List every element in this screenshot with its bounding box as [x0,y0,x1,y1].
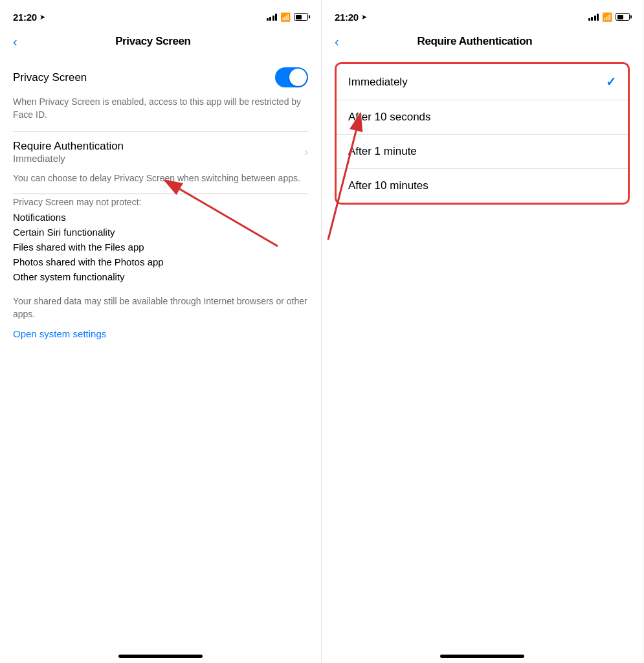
right-signal-icon [588,13,599,21]
left-location-icon: ➤ [39,13,45,21]
option-immediately-checkmark: ✓ [606,74,616,89]
option-after-1-minute-label: After 1 minute [348,145,417,158]
auth-row-left: Require Authentication Immediately [13,140,124,164]
not-protect-item-photos: Photos shared with the Photos app [13,254,308,269]
option-immediately[interactable]: Immediately ✓ [337,64,628,100]
privacy-screen-description: When Privacy Screen is enabled, access t… [13,95,308,131]
left-content: Privacy Screen When Privacy Screen is en… [0,57,321,641]
option-after-10-seconds[interactable]: After 10 seconds [337,100,628,135]
right-nav-bar: ‹ Require Authentication [322,28,643,57]
right-content: Immediately ✓ After 10 seconds After 1 m… [322,57,643,641]
auth-description: You can choose to delay Privacy Screen w… [13,166,308,194]
not-protect-item-system: Other system functionality [13,269,308,284]
option-after-10-seconds-label: After 10 seconds [348,111,431,124]
privacy-screen-row: Privacy Screen [13,57,308,95]
not-protect-item-files: Files shared with the Files app [13,240,308,254]
left-signal-icon [267,13,278,21]
option-after-10-minutes-label: After 10 minutes [348,179,428,192]
right-home-indicator [322,641,643,663]
require-auth-row[interactable]: Require Authentication Immediately › [13,131,308,166]
right-time: 21:20 [335,12,359,23]
left-nav-title: Privacy Screen [0,35,308,48]
option-after-10-minutes[interactable]: After 10 minutes [337,169,628,203]
right-home-bar [440,655,524,658]
right-location-icon: ➤ [361,13,367,21]
not-protect-title: Privacy Screen may not protect: [13,197,308,210]
right-panel: 21:20 ➤ 📶 ‹ Require Authentication Immed… [322,0,643,663]
auth-subtitle: Immediately [13,153,124,164]
right-nav-title: Require Authentication [320,35,630,48]
privacy-screen-label: Privacy Screen [13,71,87,84]
auth-chevron-icon: › [305,146,308,158]
left-status-bar: 21:20 ➤ 📶 [0,0,321,28]
shared-data-text: Your shared data may still be available … [13,284,308,329]
right-status-bar: 21:20 ➤ 📶 [322,0,643,28]
left-panel: 21:20 ➤ 📶 ‹ Privacy Screen Privacy Scree… [0,0,322,663]
option-immediately-label: Immediately [348,76,408,89]
left-time: 21:20 [13,12,37,23]
auth-title: Require Authentication [13,140,124,153]
left-nav-bar: ‹ Privacy Screen [0,28,321,57]
privacy-screen-toggle[interactable] [275,67,308,87]
not-protect-item-siri: Certain Siri functionality [13,225,308,240]
left-battery-icon [294,13,308,21]
toggle-thumb [289,69,307,86]
left-wifi-icon: 📶 [280,12,291,22]
right-status-icons: 📶 [588,12,630,22]
left-status-icons: 📶 [267,12,309,22]
not-protect-item-notifications: Notifications [13,210,308,225]
right-battery-icon [616,13,630,21]
options-highlight-box: Immediately ✓ After 10 seconds After 1 m… [335,62,630,205]
option-after-1-minute[interactable]: After 1 minute [337,135,628,169]
left-home-bar [118,655,203,658]
left-home-indicator [0,641,321,663]
open-settings-link[interactable]: Open system settings [13,328,106,339]
not-protect-section: Privacy Screen may not protect: Notifica… [13,194,308,284]
not-protect-list: Notifications Certain Siri functionality… [13,210,308,284]
right-wifi-icon: 📶 [602,12,612,22]
